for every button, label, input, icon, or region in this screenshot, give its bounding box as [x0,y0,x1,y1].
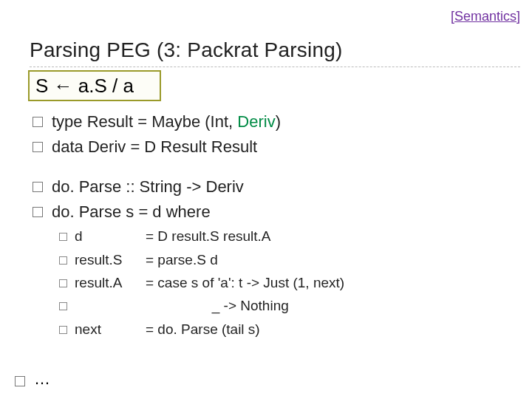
where-rs-row: result.S = parse.S d [59,248,520,271]
title-divider [30,66,520,67]
type-text-b: ) [276,112,281,131]
fn-name: do. Parse [52,177,121,196]
bullet-icon [59,326,67,334]
kw-type: type [52,112,83,131]
bullet-icon [33,117,43,127]
rhs: = do. Parse (tail s) [146,318,260,341]
ellipsis-text: … [34,369,50,389]
data-text: Deriv = D Result Result [88,137,257,156]
lhs: d [75,225,146,248]
bullet-icon [15,376,25,386]
def-row: do. Parse s = d where [33,200,520,225]
bullet-icon [59,302,67,310]
where-next-row: next = do. Parse (tail s) [59,318,520,341]
rhs: = case s of 'a': t -> Just (1, next) [146,271,344,294]
rhs: = parse.S d [146,248,218,271]
kw-data: data [52,137,83,156]
rhs: = D result.S result.A [146,225,270,248]
fn-name: do. Parse [52,202,121,221]
where-blank-row: _ -> Nothing [59,294,520,317]
sig-text: :: String -> Deriv [121,177,244,196]
code-body: type Result = Maybe (Int, Deriv) data De… [33,109,520,341]
bullet-icon [59,233,67,241]
where-ra-row: result.A = case s of 'a': t -> Just (1, … [59,271,520,294]
bullet-icon [59,279,67,287]
type-line: type Result = Maybe (Int, Deriv) [52,109,281,134]
ellipsis-row: … [15,369,50,389]
where-d-row: d = D result.S result.A [59,225,520,248]
grammar-rule-text: S ← a.S / a [35,75,134,98]
type-deriv: Deriv [237,112,275,131]
sig-line: do. Parse :: String -> Deriv [52,174,244,200]
type-text-a: Result = Maybe (Int, [87,112,238,131]
slide-title: Parsing PEG (3: Packrat Parsing) [30,38,342,62]
type-decl-row: type Result = Maybe (Int, Deriv) [33,109,520,134]
bullet-icon [33,142,43,152]
lhs: result.S [75,248,146,271]
lhs: next [75,318,146,341]
bullet-icon [33,182,43,192]
data-decl-row: data Deriv = D Result Result [33,134,520,160]
where-block: d = D result.S result.A result.S = parse… [59,225,520,341]
sig-row: do. Parse :: String -> Deriv [33,174,520,200]
rhs: _ -> Nothing [146,294,289,317]
bullet-icon [33,207,43,217]
semantics-link[interactable]: [Semantics] [451,9,520,24]
def-text: s = d where [121,202,210,221]
grammar-rule-box: S ← a.S / a [28,70,161,101]
bullet-icon [59,256,67,265]
data-line: data Deriv = D Result Result [52,134,257,160]
def-line: do. Parse s = d where [52,200,211,225]
lhs: result.A [75,271,146,294]
